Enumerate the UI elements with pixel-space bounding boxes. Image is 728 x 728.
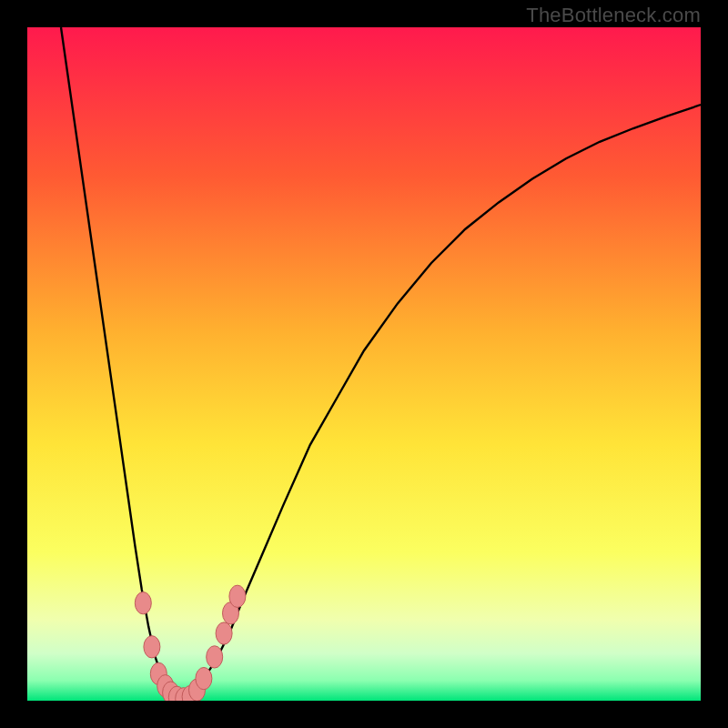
data-marker (229, 585, 246, 607)
chart-container: TheBottleneck.com (0, 0, 728, 728)
bottleneck-chart (27, 27, 701, 701)
heat-gradient-bg (27, 27, 701, 701)
watermark-text: TheBottleneck.com (526, 4, 701, 27)
data-marker (207, 646, 223, 668)
data-marker (135, 592, 151, 614)
plot-area (27, 27, 701, 701)
data-marker (196, 667, 212, 689)
data-marker (144, 636, 160, 658)
data-marker (216, 622, 232, 644)
